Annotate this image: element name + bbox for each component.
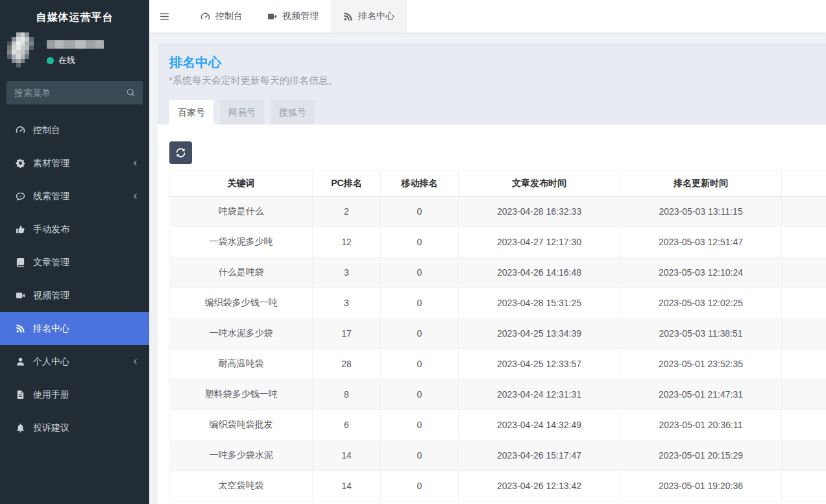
platform-tab[interactable]: 网易号 bbox=[220, 100, 264, 125]
cell-publish-time: 2023-04-27 12:17:30 bbox=[459, 227, 620, 258]
menu-item-label: 手动发布 bbox=[33, 224, 69, 235]
cell-mobile-rank: 0 bbox=[381, 440, 459, 471]
cell-update-time: 2023-05-01 20:15:29 bbox=[620, 440, 782, 471]
cell-mobile-rank: 0 bbox=[381, 227, 459, 258]
tachometer-icon bbox=[200, 12, 210, 21]
cell-keyword: 塑料袋多少钱一吨 bbox=[170, 379, 313, 410]
app-title: 自媒体运营平台 bbox=[0, 0, 149, 25]
cell-update-time: 2023-05-03 11:38:51 bbox=[620, 318, 782, 349]
avatar bbox=[5, 32, 40, 67]
user-name-redacted bbox=[47, 40, 104, 49]
sidebar-menu-item[interactable]: 素材管理 bbox=[0, 147, 149, 180]
chevron-left-icon bbox=[132, 193, 139, 200]
menu-item-label: 投诉建议 bbox=[33, 422, 69, 434]
bell-icon bbox=[16, 423, 26, 433]
cell-keyword: 太空袋吨袋 bbox=[170, 471, 313, 501]
online-dot-icon bbox=[47, 57, 54, 64]
cell-publish-time: 2023-04-28 15:31:25 bbox=[459, 288, 620, 318]
sidebar-menu-item[interactable]: 投诉建议 bbox=[0, 411, 149, 444]
topbar-tab[interactable]: 排名中心 bbox=[331, 0, 407, 32]
cell-mobile-rank: 0 bbox=[381, 197, 459, 227]
cell-empty bbox=[782, 410, 826, 440]
cell-keyword: 耐高温吨袋 bbox=[170, 349, 313, 379]
table-row: 编织袋吨袋批发 6 0 2023-04-24 14:32:49 2023-05-… bbox=[170, 410, 826, 440]
table-row: 一吨多少袋水泥 14 0 2023-04-26 15:17:47 2023-05… bbox=[170, 440, 826, 471]
topbar-tab-label: 控制台 bbox=[215, 10, 243, 22]
cell-update-time: 2023-05-01 21:47:31 bbox=[620, 379, 782, 410]
cell-publish-time: 2023-04-24 14:32:49 bbox=[459, 410, 620, 440]
tachometer-icon bbox=[16, 125, 26, 136]
cell-keyword: 一袋水泥多少吨 bbox=[170, 227, 313, 258]
sidebar-menu-item[interactable]: 手动发布 bbox=[0, 213, 149, 246]
cell-mobile-rank: 0 bbox=[381, 471, 459, 501]
platform-tabs: 百家号 网易号 搜狐号 bbox=[169, 100, 315, 125]
topbar-tab[interactable]: 视频管理 bbox=[255, 0, 331, 32]
user-block: 在线 bbox=[5, 32, 144, 67]
cell-publish-time: 2023-04-26 14:16:48 bbox=[459, 258, 620, 288]
topbar: 控制台 视频管理 排名中心 bbox=[149, 0, 826, 32]
refresh-button[interactable] bbox=[169, 141, 192, 164]
sidebar-menu-item[interactable]: 视频管理 bbox=[0, 279, 149, 312]
sidebar-menu-item[interactable]: 文章管理 bbox=[0, 246, 149, 279]
cell-keyword: 一吨水泥多少袋 bbox=[170, 318, 313, 349]
content-panel: 关键词 PC排名 移动排名 文章发布时间 排名更新时间 吨袋是什么 2 0 20… bbox=[158, 125, 826, 504]
cell-mobile-rank: 0 bbox=[381, 379, 459, 410]
cell-pc-rank: 2 bbox=[313, 197, 381, 227]
cell-empty bbox=[782, 197, 826, 227]
hamburger-menu-icon[interactable] bbox=[149, 0, 179, 32]
header-empty bbox=[782, 171, 826, 197]
sidebar-menu-item[interactable]: 排名中心 bbox=[0, 312, 149, 345]
cell-mobile-rank: 0 bbox=[381, 410, 459, 440]
platform-tab[interactable]: 百家号 bbox=[169, 100, 213, 125]
cell-keyword: 什么是吨袋 bbox=[170, 258, 313, 288]
menu-item-label: 素材管理 bbox=[33, 158, 69, 169]
cell-mobile-rank: 0 bbox=[381, 258, 459, 288]
topbar-tabs: 控制台 视频管理 排名中心 bbox=[188, 0, 407, 32]
cell-empty bbox=[782, 440, 826, 471]
cell-keyword: 编织袋多少钱一吨 bbox=[170, 288, 313, 318]
sidebar-menu-item[interactable]: 使用手册 bbox=[0, 378, 149, 411]
refresh-icon bbox=[176, 148, 186, 158]
topbar-tab-label: 排名中心 bbox=[358, 10, 395, 22]
cell-pc-rank: 14 bbox=[313, 440, 381, 471]
table-row: 吨袋是什么 2 0 2023-04-28 16:32:33 2023-05-03… bbox=[170, 197, 826, 227]
chevron-left-icon bbox=[132, 358, 139, 365]
menu-search bbox=[6, 81, 143, 104]
cell-empty bbox=[782, 258, 826, 288]
platform-tab[interactable]: 搜狐号 bbox=[271, 100, 315, 125]
gear-icon bbox=[16, 158, 26, 169]
sidebar-menu-item[interactable]: 线索管理 bbox=[0, 180, 149, 213]
cell-keyword: 吨袋是什么 bbox=[170, 197, 313, 227]
cell-publish-time: 2023-04-26 12:13:42 bbox=[459, 471, 620, 501]
cell-empty bbox=[782, 227, 826, 258]
menu-item-label: 排名中心 bbox=[33, 323, 69, 335]
user-icon bbox=[16, 357, 26, 367]
cell-mobile-rank: 0 bbox=[381, 349, 459, 379]
sidebar: 自媒体运营平台 在线 bbox=[0, 0, 149, 504]
table-row: 一吨水泥多少袋 17 0 2023-04-25 13:34:39 2023-05… bbox=[170, 318, 826, 349]
cell-pc-rank: 12 bbox=[313, 227, 381, 258]
cell-pc-rank: 8 bbox=[313, 379, 381, 410]
table-row: 太空袋吨袋 14 0 2023-04-26 12:13:42 2023-05-0… bbox=[170, 471, 826, 501]
search-icon[interactable] bbox=[126, 88, 136, 97]
cell-update-time: 2023-05-03 12:51:47 bbox=[620, 227, 782, 258]
menu-item-label: 控制台 bbox=[33, 125, 60, 136]
table-row: 耐高温吨袋 28 0 2023-04-25 12:33:57 2023-05-0… bbox=[170, 349, 826, 379]
menu-item-label: 文章管理 bbox=[33, 257, 69, 269]
search-input[interactable] bbox=[6, 81, 117, 104]
sidebar-menu: 控制台 素材管理 线索管理 手动发布 bbox=[0, 114, 149, 444]
file-icon bbox=[16, 390, 26, 400]
sidebar-menu-item[interactable]: 控制台 bbox=[0, 114, 149, 147]
header-publish-time: 文章发布时间 bbox=[459, 171, 620, 197]
user-meta: 在线 bbox=[47, 32, 104, 67]
cell-keyword: 一吨多少袋水泥 bbox=[170, 440, 313, 471]
menu-item-label: 视频管理 bbox=[33, 290, 69, 302]
header-keyword: 关键词 bbox=[170, 171, 313, 197]
cell-pc-rank: 17 bbox=[313, 318, 381, 349]
table-row: 编织袋多少钱一吨 3 0 2023-04-28 15:31:25 2023-05… bbox=[170, 288, 826, 318]
rss-icon bbox=[16, 324, 26, 334]
table-row: 什么是吨袋 3 0 2023-04-26 14:16:48 2023-05-03… bbox=[170, 258, 826, 288]
topbar-tab[interactable]: 控制台 bbox=[188, 0, 255, 32]
cell-pc-rank: 28 bbox=[313, 349, 381, 379]
sidebar-menu-item[interactable]: 个人中心 bbox=[0, 345, 149, 378]
